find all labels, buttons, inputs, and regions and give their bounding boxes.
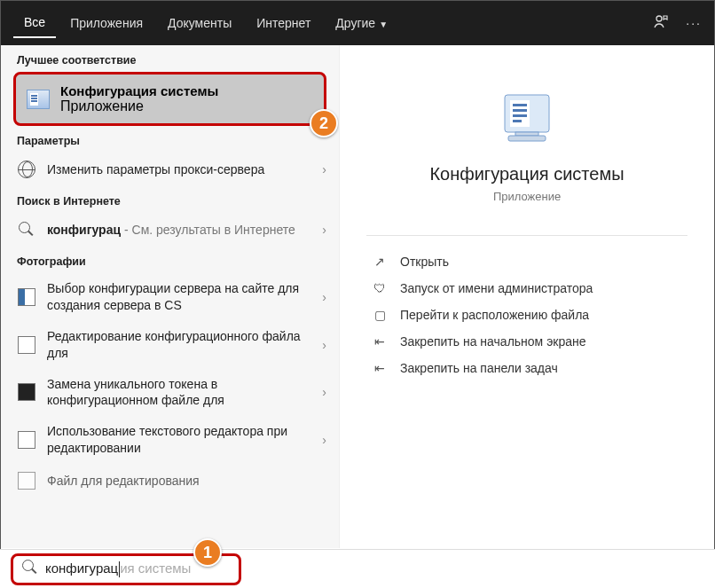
pin-start-icon: ⇤ [372,334,388,349]
settings-item-label: Изменить параметры прокси-сервера [47,161,311,178]
tab-more[interactable]: Другие▼ [325,9,398,37]
photo-item-label: Файл для редактирования [47,473,326,490]
search-text: конфигурация системы [45,561,191,577]
action-pin-start[interactable]: ⇤Закрепить на начальном экране [366,328,688,355]
top-bar: Все Приложения Документы Интернет Другие… [1,1,714,45]
admin-icon: 🛡 [372,281,388,295]
actions-list: ↗Открыть 🛡Запуск от имени администратора… [366,235,688,381]
folder-icon: ▢ [372,308,388,322]
photo-item-label: Использование текстового редактора при р… [47,423,311,457]
photo-thumb-icon [17,287,36,307]
chevron-down-icon: ▼ [379,20,388,29]
results-panel: Лучшее соответствие Конфигурация системы… [1,45,340,548]
more-icon[interactable]: ··· [686,16,702,30]
photo-result[interactable]: Использование текстового редактора при р… [1,416,339,464]
tab-documents[interactable]: Документы [157,9,242,37]
photo-result[interactable]: Редактирование конфигурационного файла д… [1,321,339,369]
svg-rect-5 [513,114,527,117]
globe-icon [17,160,36,179]
detail-title: Конфигурация системы [366,164,688,184]
photo-thumb-icon [17,430,36,450]
chevron-right-icon: › [322,290,326,304]
svg-rect-3 [513,104,527,106]
chevron-right-icon: › [322,162,326,176]
photo-result[interactable]: Файл для редактирования [1,464,339,498]
action-open-location[interactable]: ▢Перейти к расположению файла [366,302,688,328]
web-result[interactable]: конфигурац - См. результаты в Интернете … [1,213,339,247]
action-run-admin[interactable]: 🛡Запуск от имени администратора [366,275,688,302]
search-icon [22,560,38,579]
tab-apps[interactable]: Приложения [59,9,153,37]
msconfig-icon [27,90,50,109]
photo-item-label: Выбор конфигурации сервера на сайте для … [47,280,311,314]
filter-tabs: Все Приложения Документы Интернет Другие… [13,8,652,38]
photo-result[interactable]: Замена уникального токена в конфигурацио… [1,369,339,417]
pin-taskbar-icon: ⇤ [372,361,388,375]
photo-thumb-icon [17,382,36,402]
chevron-right-icon: › [322,223,326,237]
tab-all[interactable]: Все [13,8,56,38]
photo-item-label: Редактирование конфигурационного файла д… [47,328,311,362]
section-photos: Фотографии [1,247,339,273]
section-web: Поиск в Интернете [1,186,339,213]
search-bar: конфигурация системы 1 [0,549,715,588]
svg-rect-8 [508,136,546,141]
section-settings: Параметры [1,126,339,153]
tab-internet[interactable]: Интернет [246,9,321,37]
chevron-right-icon: › [322,338,326,352]
svg-rect-7 [515,132,538,136]
section-best-match: Лучшее соответствие [1,45,339,72]
photo-result[interactable]: Выбор конфигурации сервера на сайте для … [1,273,339,321]
action-open[interactable]: ↗Открыть [366,248,688,275]
svg-rect-4 [513,109,527,112]
svg-rect-6 [513,120,522,122]
svg-point-0 [656,16,662,21]
feedback-icon[interactable] [652,13,670,34]
detail-panel: Конфигурация системы Приложение ↗Открыть… [340,45,714,548]
best-match-subtitle: Приложение [60,98,313,114]
annotation-badge-1: 1 [193,538,222,567]
photo-thumb-icon [17,471,36,490]
web-item-label: конфигурац - См. результаты в Интернете [47,222,311,239]
open-icon: ↗ [372,255,388,269]
best-match-result[interactable]: Конфигурация системы Приложение 2 [13,72,326,126]
chevron-right-icon: › [322,433,326,447]
search-icon [17,220,36,239]
chevron-right-icon: › [322,385,326,399]
photo-item-label: Замена уникального токена в конфигурацио… [47,376,311,410]
annotation-badge-2: 2 [310,109,338,137]
settings-result-proxy[interactable]: Изменить параметры прокси-сервера › [1,153,339,186]
action-pin-taskbar[interactable]: ⇤Закрепить на панели задач [366,355,688,381]
msconfig-large-icon [496,90,558,152]
detail-subtitle: Приложение [366,190,688,203]
photo-thumb-icon [17,335,36,355]
best-match-title: Конфигурация системы [60,83,313,98]
